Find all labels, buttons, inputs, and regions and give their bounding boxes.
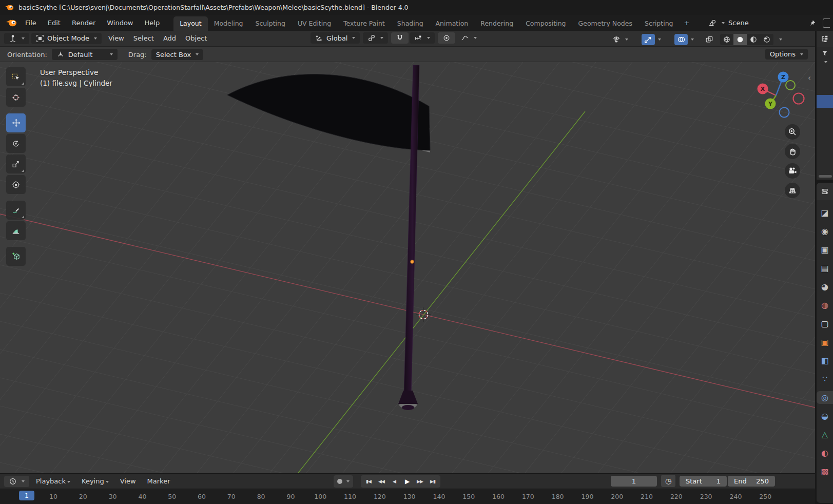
ruler-tick-90[interactable]: 90 [286, 493, 295, 500]
outliner-selected-row[interactable] [817, 95, 833, 108]
menu-help[interactable]: Help [139, 17, 166, 29]
tool-scale-button[interactable] [6, 154, 26, 173]
timeline-editor-type-button[interactable] [4, 476, 29, 487]
navigation-gizmo[interactable]: Z X Y [729, 71, 806, 130]
auto-keying-group[interactable] [334, 475, 353, 488]
show-overlays-toggle[interactable] [674, 34, 688, 45]
add-workspace-button[interactable]: + [680, 17, 694, 29]
scene-caret[interactable] [722, 22, 725, 24]
ruler-tick-50[interactable]: 50 [168, 493, 176, 500]
pin-icon[interactable] [809, 20, 816, 27]
title-bar[interactable]: basicScythe [C:\Users\svenj\Documents\Op… [0, 0, 833, 15]
ruler-tick-150[interactable]: 150 [462, 493, 475, 500]
scythe-object[interactable] [227, 65, 430, 410]
outliner-editor[interactable] [817, 31, 833, 180]
ruler-tick-210[interactable]: 210 [641, 493, 653, 500]
tool-move-button[interactable] [6, 113, 26, 132]
outliner-editor-icon[interactable] [821, 35, 829, 43]
viewport-canvas[interactable] [0, 62, 815, 473]
ruler-tick-100[interactable]: 100 [314, 493, 326, 500]
pan-button[interactable] [785, 144, 800, 159]
menu-file[interactable]: File [20, 17, 42, 29]
preview-range-button[interactable]: ◷ [661, 475, 675, 487]
ruler-tick-200[interactable]: 200 [611, 493, 623, 500]
scene-picker-icon[interactable] [708, 19, 716, 27]
workspace-tab-modeling[interactable]: Modeling [208, 16, 249, 31]
ruler-tick-160[interactable]: 160 [492, 493, 505, 500]
ruler-tick-30[interactable]: 30 [109, 493, 117, 500]
viewport-menu-object[interactable]: Object [181, 32, 211, 44]
ruler-tick-70[interactable]: 70 [227, 493, 236, 500]
ruler-tick-120[interactable]: 120 [374, 493, 386, 500]
outliner-caret[interactable] [824, 61, 827, 63]
frame-end-field[interactable]: End250 [728, 476, 775, 487]
shading-rendered-button[interactable] [760, 34, 773, 45]
workspace-tab-layout[interactable]: Layout [173, 16, 208, 31]
workspace-tab-scripting[interactable]: Scripting [638, 16, 680, 31]
orientation-dropdown[interactable]: Default [52, 49, 118, 60]
transform-orientation-dropdown[interactable]: Global [311, 32, 360, 44]
show-gizmo-toggle[interactable] [642, 34, 655, 45]
menu-marker[interactable]: Marker [143, 475, 175, 487]
menu-render[interactable]: Render [66, 17, 101, 29]
shading-material-button[interactable] [747, 34, 760, 45]
properties-tab-particles[interactable]: ∵ [817, 373, 833, 385]
previous-frame-button[interactable]: ◀ [389, 476, 400, 487]
jump-to-end-button[interactable]: ▶▮ [427, 476, 438, 487]
shading-wireframe-button[interactable] [720, 34, 733, 45]
ruler-tick-60[interactable]: 60 [198, 493, 206, 500]
workspace-tab-compositing[interactable]: Compositing [519, 16, 572, 31]
3d-viewport[interactable]: User Perspective (1) file.svg | Cylinder… [0, 62, 815, 473]
record-icon[interactable] [337, 479, 342, 484]
workspace-tab-texture-paint[interactable]: Texture Paint [337, 16, 391, 31]
properties-tab-constraints[interactable]: ◒ [817, 410, 833, 422]
tool-add-cube-button[interactable] [6, 247, 26, 266]
ruler-tick-40[interactable]: 40 [138, 493, 146, 500]
pivot-point-dropdown[interactable] [363, 32, 388, 44]
properties-tab-object-data[interactable]: △ [817, 428, 833, 441]
ruler-tick-220[interactable]: 220 [670, 493, 683, 500]
editor-type-button[interactable] [4, 33, 29, 44]
blender-menu-logo-icon[interactable] [5, 19, 17, 27]
tool-measure-button[interactable] [6, 221, 26, 240]
viewport-menu-view[interactable]: View [104, 32, 129, 44]
viewport-menu-add[interactable]: Add [159, 32, 181, 44]
properties-tab-tool[interactable]: ◪ [817, 206, 833, 219]
properties-tab-collection[interactable]: ▢ [817, 317, 833, 330]
play-button[interactable]: ▶ [401, 476, 413, 487]
filter-icon[interactable] [821, 50, 828, 57]
properties-tab-render[interactable]: ◉ [817, 225, 833, 238]
tool-cursor-button[interactable] [6, 88, 26, 107]
tool-tweak-select-button[interactable] [6, 67, 26, 86]
properties-editor[interactable]: ◪◉▣▤◕◍▢▣◧∵◎◒△◐▩ [817, 183, 833, 503]
options-button[interactable]: Options [765, 49, 808, 60]
drag-dropdown[interactable]: Select Box [151, 49, 203, 60]
ruler-tick-20[interactable]: 20 [79, 493, 87, 500]
properties-tab-scene[interactable]: ◕ [817, 280, 833, 293]
ruler-tick-10[interactable]: 10 [49, 493, 57, 500]
properties-tab-view-layer[interactable]: ▤ [817, 262, 833, 275]
workspace-tab-sculpting[interactable]: Sculpting [249, 16, 292, 31]
menu-edit[interactable]: Edit [42, 17, 66, 29]
proportional-editing-toggle[interactable] [438, 32, 455, 44]
properties-tab-modifiers[interactable]: ◧ [817, 354, 833, 367]
ruler-tick-240[interactable]: 240 [729, 493, 742, 500]
snap-toggle[interactable] [391, 32, 409, 44]
properties-tab-texture[interactable]: ▩ [817, 465, 833, 478]
snap-target-dropdown[interactable] [410, 32, 435, 44]
ruler-tick-130[interactable]: 130 [403, 493, 416, 500]
orthographic-button[interactable] [785, 183, 800, 198]
workspace-tab-animation[interactable]: Animation [430, 16, 475, 31]
properties-tab-world[interactable]: ◍ [817, 299, 833, 312]
properties-tab-output[interactable]: ▣ [817, 243, 833, 256]
properties-editor-icon[interactable] [821, 187, 829, 196]
viewport-menu-select[interactable]: Select [129, 32, 159, 44]
menu-window[interactable]: Window [101, 17, 139, 29]
previous-keyframe-button[interactable]: ◀◀ [376, 476, 387, 487]
shading-dropdown-caret[interactable] [779, 38, 782, 41]
overlays-dropdown[interactable] [670, 32, 699, 47]
properties-tab-material[interactable]: ◐ [817, 447, 833, 459]
workspace-tab-geometry-nodes[interactable]: Geometry Nodes [572, 16, 638, 31]
current-frame-field[interactable]: 1 [611, 476, 657, 487]
tool-transform-button[interactable] [6, 175, 26, 194]
